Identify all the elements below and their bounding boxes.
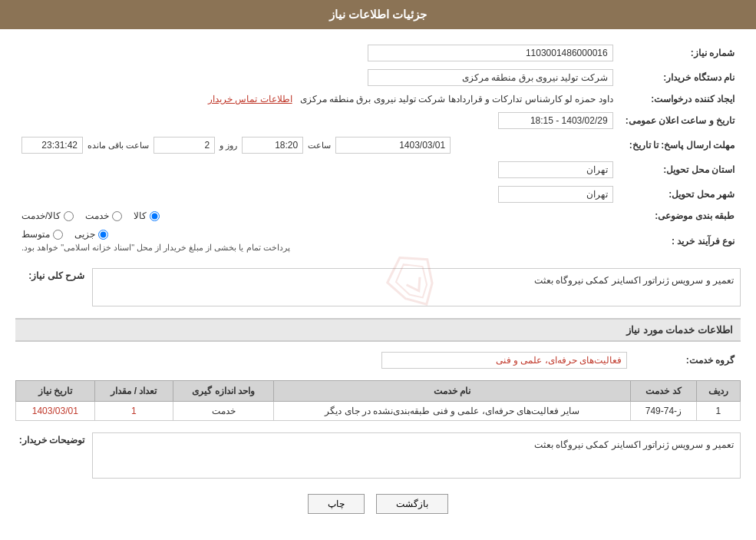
city-input: تهران	[498, 186, 613, 203]
remain-label: ساعت باقی مانده	[87, 141, 149, 151]
service-group-row: گروه خدمت: فعالیت‌های حرفه‌ای، علمی و فن…	[15, 348, 741, 373]
description-box-container: تعمیر و سرویس ژنراتور اکساینر کمکی نیروگ…	[92, 264, 741, 310]
buttons-row: بازگشت چاپ	[15, 494, 741, 525]
announce-input: 1403/02/29 - 18:15	[498, 112, 613, 129]
need-number-input: 1103001486000016	[368, 45, 613, 61]
col-service-code: کد خدمت	[631, 381, 697, 402]
cell-date: 1403/03/01	[16, 402, 95, 421]
response-deadline-value: 23:31:42 ساعت باقی مانده 2 روز و 18:20 س…	[15, 133, 619, 157]
province-value: تهران	[15, 157, 619, 182]
need-number-label: شماره نیاز:	[619, 41, 741, 65]
purchase-type-options: متوسط جزیی پرداخت تمام یا بخشی از مبلغ خ…	[15, 225, 619, 257]
response-time-input: 18:20	[242, 137, 303, 154]
buyer-org-input: شرکت تولید نیروی برق منطقه مرکزی	[368, 69, 613, 86]
announce-label: تاریخ و ساعت اعلان عمومی:	[619, 108, 741, 133]
description-box: تعمیر و سرویس ژنراتور اکساینر کمکی نیروگ…	[92, 268, 741, 306]
col-quantity: تعداد / مقدار	[94, 381, 173, 402]
buyer-org-row: نام دستگاه خریدار: شرکت تولید نیروی برق …	[15, 65, 741, 90]
purchase-note: پرداخت تمام یا بخشی از مبلغ خریدار از مح…	[21, 243, 290, 253]
creator-row: ایجاد کننده درخواست: داود حمزه لو کارشنا…	[15, 90, 741, 108]
col-row-num: ردیف	[696, 381, 740, 402]
category-khedmat-label: خدمت	[85, 210, 109, 221]
need-number-row: شماره نیاز: 1103001486000016	[15, 41, 741, 65]
purchase-jozi-radio[interactable]	[98, 230, 108, 240]
table-row: 1ز-74-749سایر فعالیت‌های حرفه‌ای، علمی و…	[16, 402, 741, 421]
purchase-jozi-option: جزیی	[74, 229, 108, 240]
day-label: روز و	[220, 141, 237, 151]
print-button[interactable]: چاپ	[308, 494, 365, 514]
purchase-jozi-label: جزیی	[74, 229, 95, 240]
category-kala-khedmat-option: کالا/خدمت	[21, 210, 74, 221]
category-kala-khedmat-radio[interactable]	[64, 211, 74, 221]
category-kala-option: کالا	[134, 210, 160, 221]
city-value: تهران	[15, 182, 619, 207]
creator-label: ایجاد کننده درخواست:	[619, 90, 741, 108]
category-khedmat-option: خدمت	[85, 210, 122, 221]
category-options: کالا/خدمت خدمت کالا	[15, 207, 619, 225]
purchase-type-label: نوع فرآیند خرید :	[619, 225, 741, 257]
category-row: طبقه بندی موضوعی: کالا/خدمت خدمت کالا	[15, 207, 741, 225]
time-label: ساعت	[308, 141, 331, 151]
province-label: استان محل تحویل:	[619, 157, 741, 182]
response-day-input: 2	[154, 137, 215, 154]
page-wrapper: جزئیات اطلاعات نیاز شماره نیاز: 11030014…	[0, 0, 756, 540]
province-input: تهران	[498, 161, 613, 178]
buyer-desc-box-container: تعمیر و سرویس ژنراتور اکساینر کمکی نیروگ…	[92, 429, 741, 482]
purchase-motavasset-option: متوسط	[21, 229, 63, 240]
back-button[interactable]: بازگشت	[376, 494, 448, 514]
cell-service_code: ز-74-749	[631, 402, 697, 421]
main-content: شماره نیاز: 1103001486000016 نام دستگاه …	[0, 29, 756, 537]
buyer-desc-box: تعمیر و سرویس ژنراتور اکساینر کمکی نیروگ…	[92, 432, 741, 479]
province-row: استان محل تحویل: تهران	[15, 157, 741, 182]
service-group-table: گروه خدمت: فعالیت‌های حرفه‌ای، علمی و فن…	[15, 348, 741, 373]
service-group-label: گروه خدمت:	[633, 348, 741, 373]
response-deadline-row: مهلت ارسال پاسخ: تا تاریخ: 23:31:42 ساعت…	[15, 133, 741, 157]
purchase-type-row: نوع فرآیند خرید : متوسط جزیی	[15, 225, 741, 257]
category-kala-khedmat-label: کالا/خدمت	[21, 210, 61, 221]
announce-value: 1403/02/29 - 18:15	[15, 108, 619, 133]
buyer-org-value: شرکت تولید نیروی برق منطقه مرکزی	[15, 65, 619, 90]
description-text: تعمیر و سرویس ژنراتور اکساینر کمکی نیروگ…	[534, 275, 734, 286]
description-section: شرح کلی نیاز: تعمیر و سرویس ژنراتور اکسا…	[15, 264, 741, 310]
city-label: شهر محل تحویل:	[619, 182, 741, 207]
purchase-motavasset-label: متوسط	[21, 229, 50, 240]
cell-row_num: 1	[696, 402, 740, 421]
page-title: جزئیات اطلاعات نیاز	[329, 8, 427, 21]
buyer-desc-label: توضیحات خریدار:	[15, 429, 84, 446]
col-date: تاریخ نیاز	[16, 381, 95, 402]
need-number-value: 1103001486000016	[15, 41, 619, 65]
services-table-header-row: ردیف کد خدمت نام خدمت واحد اندازه گیری ت…	[16, 381, 741, 402]
col-service-name: نام خدمت	[274, 381, 631, 402]
buyer-desc-text: تعمیر و سرویس ژنراتور اکساینر کمکی نیروگ…	[534, 439, 734, 450]
page-header: جزئیات اطلاعات نیاز	[0, 0, 756, 29]
creator-value: داود حمزه لو کارشناس تدارکات و قراردادها…	[15, 90, 619, 108]
service-group-input[interactable]: فعالیت‌های حرفه‌ای، علمی و فنی	[381, 352, 627, 369]
purchase-motavasset-radio[interactable]	[53, 230, 63, 240]
creator-contact-link[interactable]: اطلاعات تماس خریدار	[208, 94, 292, 104]
services-section-header: اطلاعات خدمات مورد نیاز	[15, 318, 741, 342]
description-label: شرح کلی نیاز:	[15, 264, 84, 281]
buyer-org-label: نام دستگاه خریدار:	[619, 65, 741, 90]
response-deadline-label: مهلت ارسال پاسخ: تا تاریخ:	[619, 133, 741, 157]
cell-service_name: سایر فعالیت‌های حرفه‌ای، علمی و فنی طبقه…	[274, 402, 631, 421]
info-table: شماره نیاز: 1103001486000016 نام دستگاه …	[15, 41, 741, 257]
city-row: شهر محل تحویل: تهران	[15, 182, 741, 207]
category-kala-label: کالا	[134, 210, 147, 221]
response-date-input: 1403/03/01	[335, 137, 451, 154]
col-unit: واحد اندازه گیری	[173, 381, 274, 402]
category-kala-radio[interactable]	[150, 211, 160, 221]
service-group-value: فعالیت‌های حرفه‌ای، علمی و فنی	[15, 348, 633, 373]
response-remain-input: 23:31:42	[21, 137, 83, 154]
services-table: ردیف کد خدمت نام خدمت واحد اندازه گیری ت…	[15, 380, 741, 421]
category-khedmat-radio[interactable]	[112, 211, 122, 221]
category-label: طبقه بندی موضوعی:	[619, 207, 741, 225]
buyer-desc-section: توضیحات خریدار: تعمیر و سرویس ژنراتور اک…	[15, 429, 741, 482]
cell-unit: خدمت	[173, 402, 274, 421]
cell-quantity: 1	[94, 402, 173, 421]
announce-row: تاریخ و ساعت اعلان عمومی: 1403/02/29 - 1…	[15, 108, 741, 133]
